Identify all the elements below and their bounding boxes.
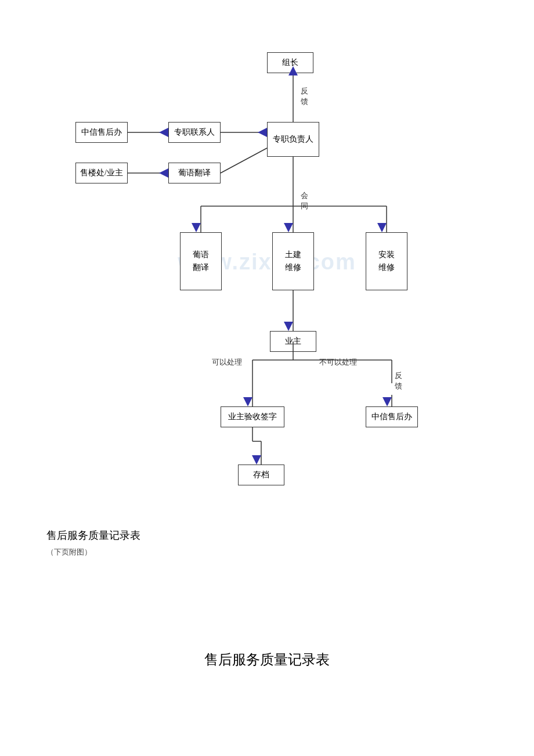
svg-marker-30 <box>252 455 261 465</box>
box-zhuanfuze: 专职负责人 <box>267 122 319 157</box>
spacer1 <box>35 581 499 615</box>
box-zhongxin2: 中信售后办 <box>366 406 418 427</box>
box-yezhuqianshou: 业主验收签字 <box>221 406 284 427</box>
label-bukeyi: 不可以处理 <box>319 357 357 368</box>
box-yezhu: 业主 <box>270 331 316 352</box>
flowchart: 组长 中信售后办 专职联系人 专职负责人 售楼处/业主 葡语翻译 反 馈 会 同… <box>41 35 493 511</box>
svg-marker-23 <box>258 128 267 137</box>
section2-title: 售后服务质量记录表 <box>35 650 499 669</box>
box-puyu1: 葡语翻译 <box>168 163 221 183</box>
svg-marker-31 <box>383 397 392 406</box>
svg-marker-27 <box>377 223 387 232</box>
box-cundang: 存档 <box>238 465 284 485</box>
box-zuzhang: 组长 <box>267 52 313 73</box>
page: www.zixim.com <box>0 0 534 756</box>
svg-line-4 <box>221 148 267 173</box>
svg-marker-22 <box>159 128 168 137</box>
box-zhongxin1: 中信售后办 <box>75 122 128 143</box>
box-anzhuang: 安装维修 <box>366 232 407 290</box>
label-fankui1: 反 馈 <box>301 86 308 107</box>
box-puyu2: 葡语翻译 <box>180 232 222 290</box>
svg-marker-26 <box>284 223 293 232</box>
label-keyi: 可以处理 <box>212 357 242 368</box>
flowchart-svg <box>41 35 493 511</box>
box-shoulou: 售楼处/业主 <box>75 163 128 183</box>
box-tujian: 土建维修 <box>272 232 314 290</box>
section1-subtitle: （下页附图） <box>46 547 499 557</box>
svg-marker-29 <box>243 397 252 406</box>
section1-title: 售后服务质量记录表 <box>46 528 499 542</box>
svg-marker-24 <box>159 168 168 178</box>
section1-area: 售后服务质量记录表 （下页附图） <box>35 528 499 557</box>
svg-marker-25 <box>192 223 201 232</box>
svg-marker-28 <box>284 322 293 331</box>
label-huitong: 会 同 <box>301 190 308 211</box>
box-zhuanzhilian: 专职联系人 <box>168 122 221 143</box>
label-fankui2: 反 馈 <box>395 370 402 391</box>
